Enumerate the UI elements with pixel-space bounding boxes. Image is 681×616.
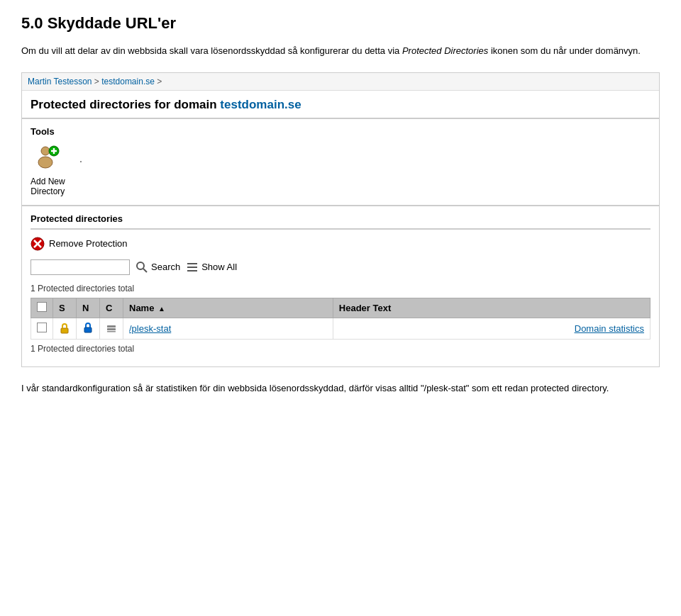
breadcrumb-sep1: > xyxy=(94,77,101,86)
domain-statistics-link[interactable]: Domain statistics xyxy=(575,323,644,334)
protected-directories-section: Protected directories Remove Protection … xyxy=(22,206,659,366)
search-icon xyxy=(135,261,148,274)
intro-text-main: Om du vill att delar av din webbsida ska… xyxy=(21,45,399,56)
row-icon-c-cell xyxy=(100,318,123,339)
table-row: /plesk-stat Domain statistics xyxy=(31,318,650,339)
tools-section-label: Tools xyxy=(31,126,650,137)
show-all-label: Show All xyxy=(201,262,237,272)
remove-protection-label: Remove Protection xyxy=(49,238,128,249)
svg-rect-17 xyxy=(107,331,116,332)
svg-rect-12 xyxy=(187,270,197,271)
panel-title: Protected directories for domain testdom… xyxy=(22,91,659,119)
col-header-c: C xyxy=(100,298,123,318)
col-header-checkbox xyxy=(31,298,53,318)
col-header-headertext: Header Text xyxy=(333,298,650,318)
add-directory-label: Add NewDirectory xyxy=(31,177,65,196)
breadcrumb-sep2: > xyxy=(157,77,162,86)
add-directory-icon-wrap xyxy=(33,144,62,174)
svg-rect-16 xyxy=(107,328,116,330)
row-icons xyxy=(59,323,70,334)
svg-line-9 xyxy=(143,269,147,272)
search-input[interactable] xyxy=(31,259,130,275)
count-top: 1 Protected directories total xyxy=(31,284,650,293)
svg-point-8 xyxy=(137,262,144,269)
table-header-row: S N C Name ▲ Header Text xyxy=(31,298,650,318)
intro-paragraph: Om du vill att delar av din webbsida ska… xyxy=(21,44,660,58)
protected-directories-label: Protected directories xyxy=(31,213,650,230)
add-directory-button[interactable]: Add NewDirectory xyxy=(31,144,65,196)
panel-title-prefix: Protected directories for domain xyxy=(31,98,217,111)
directories-table: S N C Name ▲ Header Text xyxy=(31,298,650,340)
count-bottom: 1 Protected directories total xyxy=(31,344,650,354)
row-icon-n-cell xyxy=(77,318,100,339)
col-header-n: N xyxy=(77,298,100,318)
svg-point-1 xyxy=(38,157,52,168)
row-checkbox[interactable] xyxy=(37,323,47,332)
search-label: Search xyxy=(151,262,180,272)
footer-paragraph: I vår standardkonfiguration så är statis… xyxy=(21,381,660,396)
gear-icon xyxy=(106,322,117,333)
panel-title-domain[interactable]: testdomain.se xyxy=(220,98,301,111)
lock-icon xyxy=(59,323,70,334)
show-all-icon xyxy=(186,261,199,274)
row-name-cell: /plesk-stat xyxy=(123,318,333,339)
svg-rect-10 xyxy=(187,263,197,264)
show-all-button[interactable]: Show All xyxy=(186,261,237,274)
sort-arrow-icon: ▲ xyxy=(158,305,165,313)
svg-rect-15 xyxy=(107,325,116,327)
dot-separator: . xyxy=(79,144,82,165)
svg-rect-11 xyxy=(187,267,197,268)
blue-lock-icon xyxy=(82,322,94,333)
directory-link[interactable]: /plesk-stat xyxy=(129,323,171,334)
breadcrumb-user[interactable]: Martin Testesson xyxy=(28,77,92,86)
col-header-s: S xyxy=(53,298,77,318)
svg-rect-13 xyxy=(61,328,68,333)
row-header-text-cell: Domain statistics xyxy=(333,318,650,339)
breadcrumb: Martin Testesson > testdomain.se > xyxy=(22,73,659,91)
remove-protection-icon xyxy=(31,237,45,251)
intro-italic: Protected Directories xyxy=(402,45,488,56)
tools-section: Tools Add NewDirectory . xyxy=(22,119,659,206)
select-all-checkbox[interactable] xyxy=(37,302,47,312)
col-header-name[interactable]: Name ▲ xyxy=(123,298,333,318)
tools-row: Add NewDirectory . xyxy=(31,144,650,196)
add-directory-icon xyxy=(34,144,61,171)
remove-protection-button[interactable]: Remove Protection xyxy=(31,237,650,251)
panel-container: Martin Testesson > testdomain.se > Prote… xyxy=(21,72,660,367)
row-icon-s-cell xyxy=(53,318,77,339)
intro-text-rest: ikonen som du når under domänvyn. xyxy=(491,45,641,56)
svg-rect-14 xyxy=(84,327,92,332)
svg-point-0 xyxy=(41,147,50,155)
page-title: 5.0 Skyddade URL'er xyxy=(21,14,660,33)
row-checkbox-cell xyxy=(31,318,53,339)
search-row: Search Show All xyxy=(31,259,650,275)
breadcrumb-domain[interactable]: testdomain.se xyxy=(101,77,155,86)
search-button[interactable]: Search xyxy=(135,261,180,274)
